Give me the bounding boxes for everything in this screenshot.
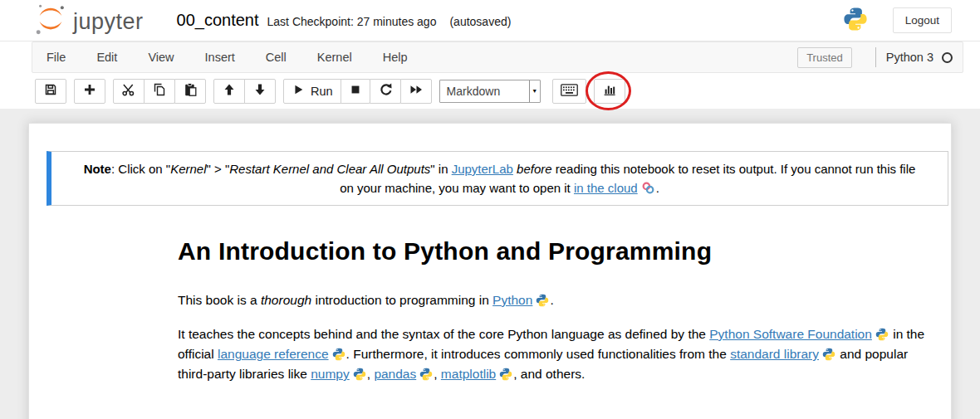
menu-view[interactable]: View <box>148 51 194 64</box>
paste-icon <box>183 82 198 100</box>
note-blockquote: Note: Click on "Kernel" > "Restart Kerne… <box>47 151 948 206</box>
toolbar: Run Markdown ▼ <box>0 73 980 109</box>
jupyter-logo-text: jupyter <box>73 9 144 35</box>
python-icon <box>822 348 835 361</box>
link[interactable]: Python <box>492 293 532 307</box>
bar-chart-icon <box>602 82 617 100</box>
save-button[interactable] <box>35 79 66 104</box>
autosave-status: (autosaved) <box>449 15 511 28</box>
menu-cell[interactable]: Cell <box>266 51 307 64</box>
run-button-label: Run <box>311 85 333 98</box>
markdown-cell: An Introduction to Python and Programmin… <box>29 237 951 384</box>
restart-kernel-button[interactable] <box>370 79 401 104</box>
jupyter-logo[interactable]: jupyter <box>33 2 144 40</box>
python-icon <box>499 368 512 381</box>
checkpoint-status: Last Checkpoint: 27 minutes ago <box>267 15 437 28</box>
cut-icon <box>121 82 136 100</box>
run-button[interactable]: Run <box>283 79 341 104</box>
move-cell-up-button[interactable] <box>213 79 245 104</box>
select-dropdown-arrow-icon: ▼ <box>529 80 540 102</box>
cut-button[interactable] <box>113 79 145 104</box>
keyboard-icon <box>561 84 578 99</box>
move-down-icon <box>252 82 267 100</box>
python-icon <box>332 348 345 361</box>
stop-button[interactable] <box>341 79 370 104</box>
notebook-title[interactable]: 00_content <box>177 11 259 30</box>
python-icon <box>875 328 889 341</box>
link[interactable]: JupyterLab <box>452 162 513 176</box>
menu-help[interactable]: Help <box>383 51 429 64</box>
menu-insert[interactable]: Insert <box>205 51 256 64</box>
python-icon <box>419 368 433 381</box>
add-cell-button[interactable] <box>74 79 105 104</box>
cell-type-value: Markdown <box>440 85 529 98</box>
paragraph-2: It teaches the concepts behind and the s… <box>178 324 929 384</box>
notebook-header: jupyter 00_content Last Checkpoint: 27 m… <box>0 0 980 41</box>
save-icon <box>43 82 58 100</box>
python-icon <box>536 294 549 307</box>
link[interactable]: matplotlib <box>441 367 496 381</box>
copy-button[interactable] <box>144 79 175 104</box>
restart-kernel-icon <box>378 82 393 100</box>
link[interactable]: language reference <box>218 347 329 361</box>
fast-forward-icon <box>409 82 424 100</box>
menu-edit[interactable]: Edit <box>96 51 138 64</box>
cell-type-select[interactable]: Markdown ▼ <box>439 80 541 103</box>
python-logo-icon <box>843 7 868 35</box>
logout-button[interactable]: Logout <box>893 7 952 33</box>
notebook-area: Note: Click on "Kernel" > "Restart Kerne… <box>0 109 980 419</box>
link[interactable]: Python Software Foundation <box>709 327 872 341</box>
notebook-page: Note: Click on "Kernel" > "Restart Kerne… <box>28 123 952 419</box>
run-icon <box>292 83 305 99</box>
jupyter-logo-icon <box>33 2 68 40</box>
menu-kernel[interactable]: Kernel <box>317 51 373 64</box>
link[interactable]: pandas <box>374 367 416 381</box>
kernel-divider <box>875 47 876 67</box>
add-cell-icon <box>82 82 97 100</box>
menubar: File Edit View Insert Cell Kernel Help T… <box>32 41 963 73</box>
python-icon <box>353 368 366 381</box>
menu-file[interactable]: File <box>47 51 86 64</box>
paragraph-1: This book is a thorough introduction to … <box>178 290 929 310</box>
stop-icon <box>349 83 362 99</box>
binder-icon <box>641 181 655 195</box>
link[interactable]: standard library <box>730 347 819 361</box>
paste-button[interactable] <box>174 79 206 104</box>
command-palette-button[interactable] <box>552 79 586 104</box>
copy-icon <box>152 82 167 100</box>
move-up-icon <box>222 82 237 100</box>
link[interactable]: numpy <box>311 367 350 381</box>
kernel-status-icon <box>942 52 953 63</box>
link[interactable]: in the cloud <box>574 181 638 195</box>
run-all-button[interactable] <box>400 79 432 104</box>
trusted-badge: Trusted <box>797 47 852 68</box>
move-cell-down-button[interactable] <box>244 79 276 104</box>
page-title: An Introduction to Python and Programmin… <box>178 237 929 266</box>
chart-button[interactable] <box>594 79 625 104</box>
kernel-name: Python 3 <box>886 51 933 64</box>
